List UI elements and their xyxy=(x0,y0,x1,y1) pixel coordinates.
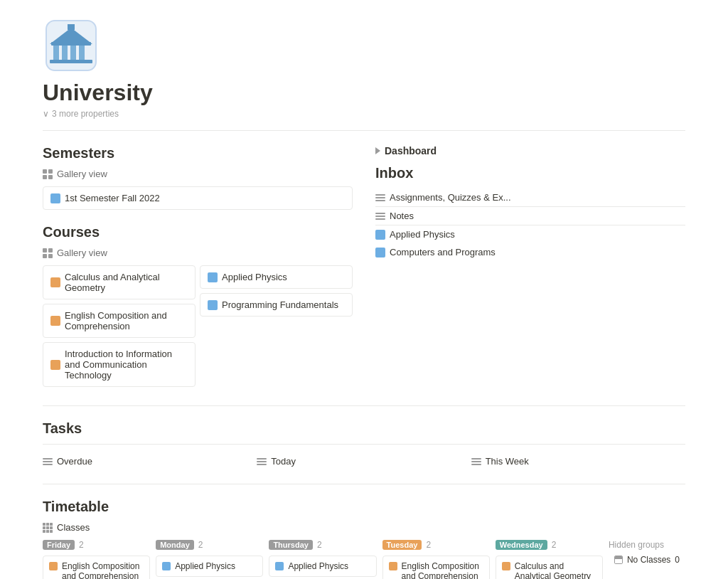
triangle-icon xyxy=(375,147,380,154)
courses-col1: Calculus and Analytical Geometry English… xyxy=(43,265,196,391)
tt-icon xyxy=(275,562,284,570)
task-filter-this-week[interactable]: This Week xyxy=(471,453,685,469)
courses-grid: Calculus and Analytical Geometry English… xyxy=(43,265,353,391)
course-card-1[interactable]: Calculus and Analytical Geometry xyxy=(43,265,196,299)
courses-title: Courses xyxy=(43,224,353,240)
tasks-title: Tasks xyxy=(43,420,685,437)
list-icon xyxy=(43,457,53,467)
thursday-count: 2 xyxy=(317,540,322,550)
svg-rect-8 xyxy=(68,24,75,30)
timetable-grid: Friday 2 English Composition and Compreh… xyxy=(43,540,685,579)
courses-gallery-view[interactable]: Gallery view xyxy=(43,248,353,258)
inbox-title: Inbox xyxy=(375,165,685,181)
right-column: Dashboard Inbox Assignments, Quizzes & E… xyxy=(375,145,685,391)
gallery-icon-courses xyxy=(43,248,53,258)
friday-badge: Friday xyxy=(43,540,75,550)
dashboard-toggle[interactable]: Dashboard xyxy=(375,145,685,156)
day-col-monday: Monday 2 Applied Physics Calculus and An… xyxy=(156,540,263,579)
semesters-section: Semesters Gallery view 1st Semester Fall… xyxy=(43,145,353,210)
svg-rect-3 xyxy=(70,46,76,61)
inbox-item-3[interactable]: Applied Physics xyxy=(375,225,685,243)
list-icon xyxy=(257,457,267,467)
day-col-thursday: Thursday 2 Applied Physics Programming F… xyxy=(269,540,376,579)
tuesday-badge: Tuesday xyxy=(382,540,422,550)
svg-rect-4 xyxy=(79,46,85,61)
table-icon xyxy=(43,523,53,533)
tt-card-thursday-1[interactable]: Applied Physics xyxy=(269,556,376,577)
tt-card-tuesday-1[interactable]: English Composition and Comprehension xyxy=(382,556,490,579)
wednesday-badge: Wednesday xyxy=(496,540,547,550)
day-col-wednesday: Wednesday 2 Calculus and Analytical Geom… xyxy=(496,540,603,579)
course-card-4[interactable]: Programming Fundamentals xyxy=(200,293,353,317)
courses-col2: Applied Physics Programming Fundamentals xyxy=(200,265,353,391)
svg-rect-7 xyxy=(51,42,91,46)
page-header: University ∨ 3 more properties xyxy=(43,17,685,119)
wednesday-count: 2 xyxy=(552,540,557,550)
course-card-3[interactable]: English Composition and Comprehension xyxy=(43,304,196,338)
svg-rect-2 xyxy=(62,46,68,61)
friday-count: 2 xyxy=(79,540,84,550)
svg-rect-5 xyxy=(50,60,92,63)
task-filter-overdue[interactable]: Overdue xyxy=(43,453,257,469)
tt-card-monday-1[interactable]: Applied Physics xyxy=(156,556,263,577)
day-col-friday: Friday 2 English Composition and Compreh… xyxy=(43,540,150,579)
monday-badge: Monday xyxy=(156,540,194,550)
university-icon xyxy=(43,17,100,74)
semester-card-1[interactable]: 1st Semester Fall 2022 xyxy=(43,186,353,210)
tt-icon xyxy=(502,562,510,570)
course-icon xyxy=(50,360,60,370)
day-header-tuesday: Tuesday 2 xyxy=(382,540,490,550)
day-header-friday: Friday 2 xyxy=(43,540,150,550)
gallery-icon xyxy=(43,169,53,179)
day-header-thursday: Thursday 2 xyxy=(269,540,376,550)
list-icon xyxy=(375,193,385,203)
task-filter-today[interactable]: Today xyxy=(257,453,471,469)
courses-section: Courses Gallery view Calculus and Analyt… xyxy=(43,224,353,391)
tt-icon xyxy=(389,562,397,570)
day-col-tuesday: Tuesday 2 English Composition and Compre… xyxy=(382,540,490,579)
hidden-groups-label: Hidden groups xyxy=(609,540,685,550)
tt-card-friday-1[interactable]: English Composition and Comprehension xyxy=(43,556,150,579)
day-header-monday: Monday 2 xyxy=(156,540,263,550)
hidden-groups-col: Hidden groups No Classes 0 xyxy=(609,540,685,570)
properties-toggle[interactable]: ∨ 3 more properties xyxy=(43,109,685,119)
page-icon xyxy=(50,193,60,203)
thursday-badge: Thursday xyxy=(269,540,313,550)
inbox-item-2[interactable]: Notes xyxy=(375,207,685,225)
calendar-icon xyxy=(614,556,623,564)
semesters-gallery-view[interactable]: Gallery view xyxy=(43,169,353,179)
page-icon xyxy=(375,230,385,240)
inbox-item-4[interactable]: Computers and Programs xyxy=(375,243,685,261)
course-card-5[interactable]: Introduction to Information and Communic… xyxy=(43,342,196,387)
course-icon xyxy=(50,277,60,287)
classes-tab[interactable]: Classes xyxy=(43,522,685,533)
semesters-title: Semesters xyxy=(43,145,353,161)
inbox-section: Inbox Assignments, Quizzes & Ex... Notes xyxy=(375,165,685,261)
timetable-title: Timetable xyxy=(43,499,685,515)
tasks-section: Tasks Overdue Today This Week xyxy=(43,420,685,469)
tasks-row: Overdue Today This Week xyxy=(43,444,685,469)
monday-count: 2 xyxy=(198,540,203,550)
no-classes-item[interactable]: No Classes 0 xyxy=(609,550,685,570)
list-icon xyxy=(375,211,385,221)
chevron-down-icon: ∨ xyxy=(43,109,49,119)
course-card-2[interactable]: Applied Physics xyxy=(200,265,353,289)
tt-icon xyxy=(49,562,58,570)
list-icon xyxy=(471,457,481,467)
tuesday-count: 2 xyxy=(426,540,431,550)
inbox-item-1[interactable]: Assignments, Quizzes & Ex... xyxy=(375,188,685,207)
left-column: Semesters Gallery view 1st Semester Fall… xyxy=(43,145,353,391)
page-icon xyxy=(375,248,385,257)
svg-rect-1 xyxy=(53,46,59,61)
course-icon xyxy=(50,316,60,326)
tt-icon xyxy=(162,562,171,570)
day-header-wednesday: Wednesday 2 xyxy=(496,540,603,550)
tt-card-wednesday-1[interactable]: Calculus and Analytical Geometry xyxy=(496,556,603,579)
timetable-section: Timetable Classes Friday 2 English Compo… xyxy=(43,499,685,579)
course-icon xyxy=(208,272,218,282)
course-icon xyxy=(208,300,218,310)
page-title: University xyxy=(43,80,685,106)
